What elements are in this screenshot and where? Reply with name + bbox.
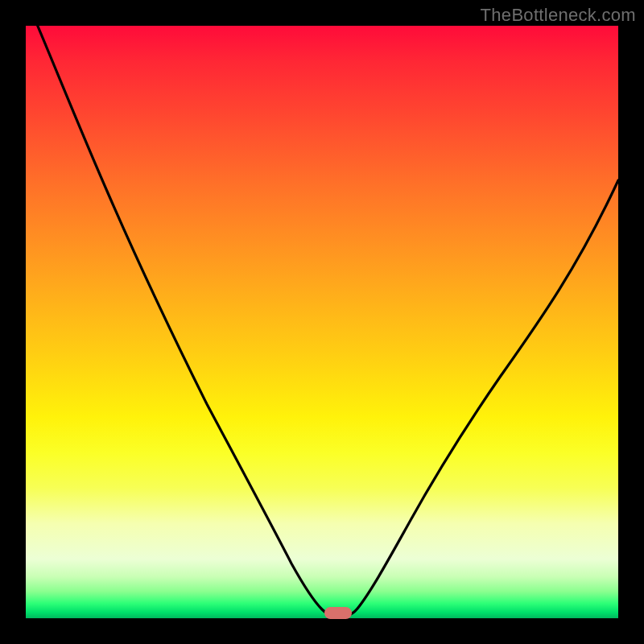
minimum-marker [324, 607, 352, 619]
plot-area [26, 26, 618, 618]
curve-svg [26, 26, 618, 618]
chart-frame: TheBottleneck.com [0, 0, 644, 644]
watermark-text: TheBottleneck.com [481, 5, 636, 26]
bottleneck-curve [38, 26, 618, 616]
